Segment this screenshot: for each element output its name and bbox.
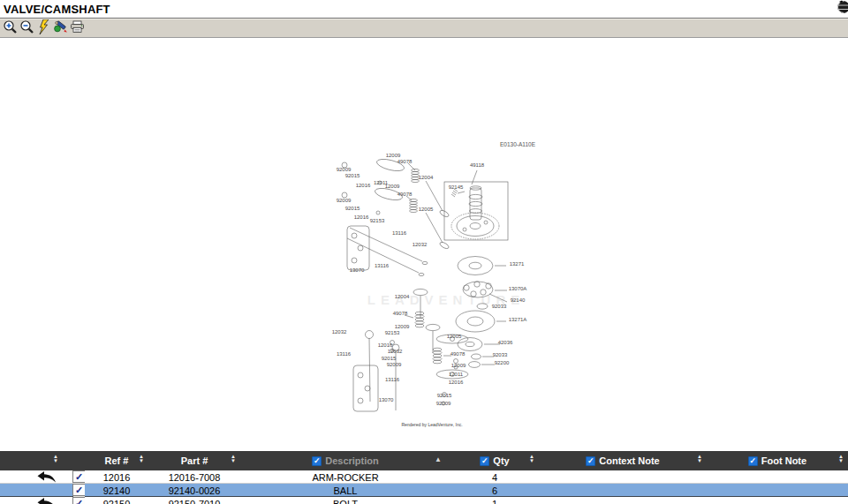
parts-table-body: ✓1201612016-7008ARM-ROCKER4✓9214092140-0… — [0, 470, 848, 504]
row-select-cell: ✓ — [0, 470, 85, 484]
part-callout-label: 12032 — [332, 329, 347, 335]
column-header-part[interactable]: Part # ▲▼ — [148, 451, 240, 470]
part-callout-label: 12032 — [413, 242, 428, 247]
part-callout-label: 49078 — [393, 311, 408, 316]
column-label: Part # — [181, 455, 208, 466]
ref-cell: 12016 — [85, 470, 148, 484]
parts-diagram[interactable]: LEADVENTURE — [327, 139, 548, 434]
sort-toggle[interactable]: ▲▼ — [697, 455, 702, 463]
part-callout-label: 13271 — [510, 261, 525, 267]
part-callout-label: 92015 — [345, 206, 360, 211]
part-callout-label: 13116 — [375, 263, 390, 268]
context-note-cell — [539, 470, 707, 484]
part-callout-label: 12016 — [354, 214, 369, 220]
row-select-cell: ✓ — [0, 484, 85, 497]
part-callout-label: 49078 — [450, 351, 466, 357]
part-callout-label: 92153 — [385, 330, 400, 335]
tag-parts-button[interactable] — [52, 19, 69, 36]
part-callout-label: 12005 — [447, 334, 462, 339]
part-callout-label: 92009 — [387, 362, 402, 367]
part-callout-label: 92145 — [449, 184, 464, 190]
sort-toggle[interactable]: ▲▼ — [139, 455, 144, 463]
part-callout-label: 92015 — [382, 356, 397, 361]
part-callout-label: 12016 — [356, 183, 371, 188]
context-note-column-checkbox[interactable]: ✓ — [586, 456, 595, 466]
part-callout-label: E0130-A110E — [500, 141, 536, 147]
render-credit: Rendered by LeadVenture, Inc. — [401, 422, 462, 427]
sort-toggle[interactable]: ▲▼ — [53, 455, 58, 463]
column-label: Ref # — [105, 455, 129, 466]
part-callout-label: 92033 — [492, 304, 507, 309]
row-checkbox[interactable]: ✓ — [72, 484, 85, 496]
parts-catalog-window: VALVE/CAMSHAFT — [0, 0, 848, 504]
table-row[interactable]: ✓9214092140-0026BALL6 — [0, 484, 848, 497]
part-callout-label: 12005 — [419, 207, 434, 212]
part-callout-label: 92009 — [436, 401, 451, 406]
description-cell: ARM-ROCKER — [240, 470, 450, 484]
description-column-checkbox[interactable]: ✓ — [312, 456, 322, 466]
zoom-in-icon — [3, 19, 18, 37]
part-callout-label: 49078 — [398, 192, 413, 197]
column-header-foot-note[interactable]: ✓ Foot Note ▲▼ — [707, 451, 848, 470]
diagram-link-arrow-icon[interactable] — [37, 471, 58, 483]
part-callout-label: 12009 — [395, 324, 410, 329]
part-number-cell: 12016-7008 — [148, 470, 240, 484]
foot-note-cell — [707, 470, 848, 484]
part-callout-label: 92153 — [370, 218, 385, 223]
part-callout-label: 12032 — [388, 349, 403, 354]
qty-cell: 6 — [450, 484, 539, 497]
print-button[interactable] — [69, 19, 86, 36]
part-callout-label: 13271A — [509, 317, 527, 322]
part-callout-label: 13116 — [392, 230, 407, 236]
column-label: Description — [325, 455, 379, 466]
foot-note-column-checkbox[interactable]: ✓ — [748, 456, 758, 466]
zoom-in-button[interactable] — [2, 19, 19, 36]
printer-icon — [70, 20, 85, 36]
table-header: ▲▼ Ref # ▲▼ Part # ▲▼ ✓ Description ▲ ✓ … — [0, 451, 848, 470]
part-callout-label: 42036 — [498, 340, 513, 345]
context-note-cell — [539, 484, 707, 497]
part-callout-label: 12016 — [449, 380, 464, 385]
globe-icon[interactable] — [836, 0, 848, 14]
part-number-cell: 92150-7010 — [148, 497, 240, 504]
column-label: Context Note — [599, 455, 659, 466]
row-select-cell: ✓ — [0, 497, 85, 504]
sort-toggle[interactable]: ▲▼ — [529, 455, 534, 463]
part-callout-label: 49078 — [398, 159, 413, 164]
column-header-ref[interactable]: Ref # ▲▼ — [85, 451, 148, 470]
part-callout-label: 92009 — [337, 167, 352, 172]
sort-toggle[interactable]: ▲▼ — [838, 455, 844, 463]
part-callout-label: 49118 — [470, 162, 485, 168]
row-checkbox[interactable]: ✓ — [72, 497, 85, 504]
sort-asc-indicator: ▲ — [435, 455, 442, 463]
part-callout-label: 92009 — [337, 198, 352, 203]
qty-column-checkbox[interactable]: ✓ — [480, 456, 489, 466]
column-header-context-note[interactable]: ✓ Context Note ▲▼ — [539, 451, 707, 470]
part-callout-label: 92033 — [493, 352, 508, 357]
row-checkbox[interactable]: ✓ — [72, 470, 85, 483]
column-header-description[interactable]: ✓ Description ▲ — [240, 451, 450, 470]
hotspots-button[interactable] — [35, 19, 52, 36]
ref-cell: 92140 — [85, 484, 148, 497]
diagram-area: LEADVENTURE — [0, 39, 848, 451]
part-callout-label: 13070 — [379, 397, 394, 402]
sort-toggle[interactable]: ▲▼ — [231, 455, 236, 463]
diagram-link-arrow-icon[interactable] — [37, 498, 58, 504]
column-label: Foot Note — [761, 455, 806, 466]
part-callout-label: 12004 — [395, 294, 410, 299]
lightning-icon — [38, 19, 50, 37]
part-callout-label: 92200 — [495, 360, 510, 365]
table-row[interactable]: ✓1201612016-7008ARM-ROCKER4 — [0, 470, 848, 484]
table-row[interactable]: ✓9215092150-7010BOLT1 — [0, 497, 848, 504]
zoom-out-button[interactable] — [19, 19, 35, 36]
page-title: VALVE/CAMSHAFT — [0, 0, 848, 16]
tag-parts-icon — [53, 19, 68, 36]
diagram-linework — [342, 157, 508, 411]
ref-cell: 92150 — [85, 497, 148, 504]
column-header-qty[interactable]: ✓ Qty ▲▼ — [450, 451, 539, 470]
part-callout-label: 92015 — [345, 173, 360, 178]
foot-note-cell — [707, 497, 848, 504]
zoom-out-icon — [19, 19, 34, 37]
qty-cell: 4 — [450, 470, 539, 484]
parts-table: ▲▼ Ref # ▲▼ Part # ▲▼ ✓ Description ▲ ✓ … — [0, 451, 848, 504]
